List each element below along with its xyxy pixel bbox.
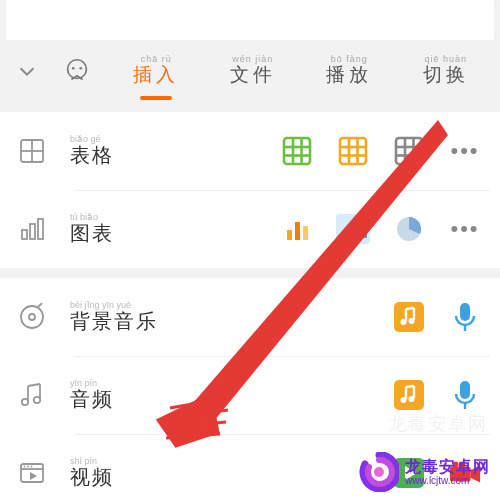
svg-rect-23: [38, 219, 43, 239]
tab-0[interactable]: chā rù插入: [108, 54, 205, 88]
grid-orange-icon[interactable]: [336, 134, 370, 168]
grid-green-icon[interactable]: [280, 134, 314, 168]
row-label: bèi jǐng yīn yuè背景音乐: [70, 300, 158, 335]
tab-3[interactable]: qiē huàn切换: [398, 54, 495, 88]
pie-blue-icon[interactable]: [392, 212, 426, 246]
svg-point-2: [79, 67, 82, 70]
more-icon[interactable]: •••: [450, 216, 479, 242]
assistant-icon[interactable]: [60, 54, 94, 88]
tab-pinyin: qiē huàn: [398, 54, 495, 64]
disc-icon: [18, 303, 46, 331]
bars-icon: [18, 215, 46, 243]
svg-rect-32: [394, 302, 424, 332]
svg-point-34: [409, 318, 415, 324]
music-box-icon[interactable]: [392, 300, 426, 334]
svg-point-33: [401, 319, 407, 325]
row-label: tú biǎo图表: [70, 212, 114, 247]
svg-point-37: [22, 399, 28, 405]
svg-point-30: [21, 306, 43, 328]
row-pinyin: bèi jǐng yīn yuè: [70, 300, 158, 310]
svg-point-41: [409, 396, 415, 402]
row-label: yīn pín音频: [70, 378, 114, 413]
more-icon[interactable]: •••: [448, 134, 482, 168]
row-actions: [392, 300, 482, 334]
svg-rect-24: [287, 230, 292, 240]
row-label: biǎo gé表格: [70, 134, 114, 169]
row-text: 视频: [70, 466, 114, 488]
svg-point-31: [29, 314, 35, 320]
mic-icon[interactable]: [448, 300, 482, 334]
svg-rect-11: [340, 138, 366, 164]
more-icon[interactable]: •••: [448, 212, 482, 246]
row-text: 音频: [70, 388, 114, 410]
area-blue-icon[interactable]: [336, 212, 370, 246]
tab-2[interactable]: bō fàng播放: [301, 54, 398, 88]
mic-icon[interactable]: [448, 378, 482, 412]
grid-gray-icon[interactable]: [392, 134, 426, 168]
collapse-chevron-icon[interactable]: [16, 60, 38, 82]
watermark: 龙毒安卓网 www.lcjtw.com: [353, 448, 496, 496]
row-actions: •••: [280, 212, 482, 246]
watermark-text: 龙毒安卓网: [405, 458, 490, 476]
video-icon: [18, 459, 46, 487]
svg-point-40: [401, 397, 407, 403]
tab-label: 播放: [326, 64, 372, 85]
row-text: 背景音乐: [70, 310, 158, 332]
svg-point-48: [27, 466, 29, 468]
row-text: 图表: [70, 222, 114, 244]
more-icon[interactable]: •••: [450, 138, 479, 164]
svg-rect-22: [30, 224, 35, 239]
svg-rect-6: [284, 138, 310, 164]
menu-row-note[interactable]: yīn pín音频: [0, 356, 500, 434]
svg-point-47: [24, 466, 26, 468]
svg-rect-35: [460, 303, 470, 321]
tab-label: 插入: [133, 64, 179, 85]
tab-1[interactable]: wén jiàn文件: [205, 54, 302, 88]
note-icon: [18, 381, 46, 409]
svg-rect-42: [460, 381, 470, 399]
menu-row-disc[interactable]: bèi jǐng yīn yuè背景音乐: [0, 278, 500, 356]
tab-pinyin: bō fàng: [301, 54, 398, 64]
svg-rect-39: [394, 380, 424, 410]
music-box-icon[interactable]: [392, 378, 426, 412]
row-pinyin: tú biǎo: [70, 212, 114, 222]
watermark-url: www.lcjtw.com: [405, 475, 490, 486]
row-label: shì pín视频: [70, 456, 114, 491]
tab-bar: chā rù插入wén jiàn文件bō fàng播放qiē huàn切换: [0, 40, 500, 102]
menu-row-bars[interactable]: tú biǎo图表•••: [0, 190, 500, 268]
svg-rect-21: [22, 230, 27, 239]
svg-marker-46: [30, 472, 37, 480]
svg-point-57: [374, 467, 384, 477]
svg-rect-25: [295, 222, 300, 240]
bars-orange-icon[interactable]: [280, 212, 314, 246]
tab-label: 切换: [423, 64, 469, 85]
table-icon: [18, 137, 46, 165]
row-pinyin: yīn pín: [70, 378, 114, 388]
menu-section: biǎo gé表格•••tú biǎo图表•••: [0, 112, 500, 268]
svg-rect-16: [396, 138, 422, 164]
content-preview-area: [6, 0, 494, 40]
svg-rect-26: [303, 226, 308, 240]
menu-row-table[interactable]: biǎo gé表格•••: [0, 112, 500, 190]
tab-label: 文件: [230, 64, 276, 85]
row-actions: [392, 378, 482, 412]
tab-pinyin: wén jiàn: [205, 54, 302, 64]
svg-point-49: [31, 466, 33, 468]
row-actions: •••: [280, 134, 482, 168]
row-pinyin: biǎo gé: [70, 134, 114, 144]
row-text: 表格: [70, 144, 114, 166]
row-pinyin: shì pín: [70, 456, 114, 466]
tab-pinyin: chā rù: [108, 54, 205, 64]
svg-point-38: [34, 397, 40, 403]
svg-point-1: [72, 67, 75, 70]
watermark-logo-icon: [359, 452, 399, 492]
